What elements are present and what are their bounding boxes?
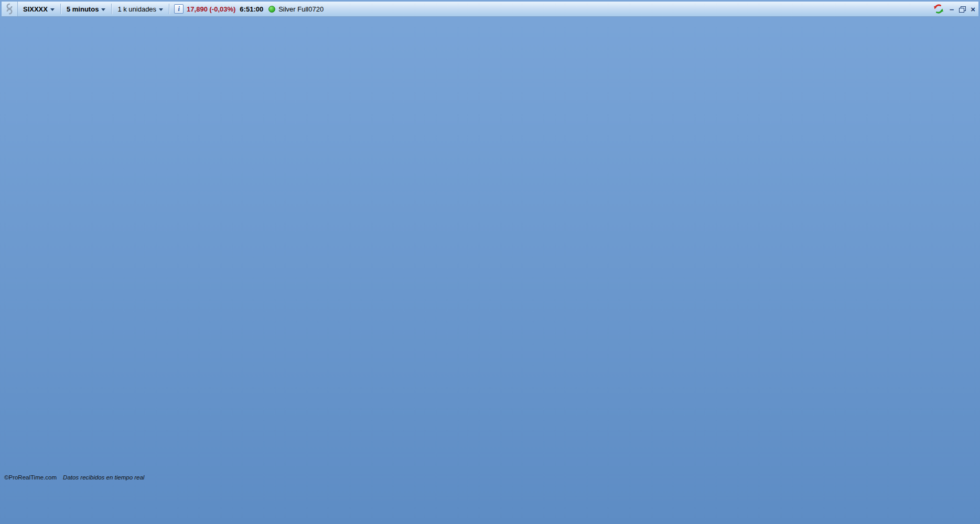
- chart-window: SIXXXX 5 minutos 1 k unidades i 17,890 (…: [0, 0, 980, 524]
- sync-icon[interactable]: [933, 3, 944, 15]
- footer-status: ©ProRealTime.comDatos recibidos en tiemp…: [4, 474, 144, 481]
- toolbar-separator: [111, 4, 112, 14]
- info-icon[interactable]: i: [174, 4, 184, 14]
- units-label: 1 k unidades: [117, 5, 156, 13]
- toolbar-separator: [169, 4, 169, 14]
- chevron-down-icon: [159, 8, 163, 11]
- last-price-and-change: 17,890 (-0,03%): [187, 5, 235, 13]
- timeframe-label: 5 minutos: [67, 5, 99, 13]
- toolbar: SIXXXX 5 minutos 1 k unidades i 17,890 (…: [2, 2, 978, 17]
- toolbar-separator: [60, 4, 61, 14]
- instrument-label: SIXXXX: [23, 5, 48, 13]
- minimize-button[interactable]: –: [950, 5, 954, 13]
- instrument-selector[interactable]: SIXXXX: [21, 5, 57, 13]
- units-selector[interactable]: 1 k unidades: [115, 5, 165, 13]
- timeframe-selector[interactable]: 5 minutos: [64, 5, 107, 13]
- close-button[interactable]: ×: [971, 5, 975, 13]
- restore-button[interactable]: [959, 6, 965, 12]
- last-price: 17,890: [187, 5, 208, 13]
- chevron-down-icon: [50, 8, 55, 11]
- change-percent: (-0,03%): [210, 5, 236, 13]
- copyright-label: ©ProRealTime.com: [4, 474, 57, 481]
- feed-name: Silver Full0720: [278, 5, 324, 13]
- feed-status-label: Datos recibidos en tiempo real: [63, 474, 144, 481]
- chevron-down-icon: [101, 8, 105, 11]
- link-windows-icon[interactable]: [2, 2, 18, 16]
- realtime-status-icon: [268, 6, 275, 13]
- quote-time: 6:51:00: [240, 5, 263, 13]
- price-chart-svg[interactable]: [0, 0, 980, 524]
